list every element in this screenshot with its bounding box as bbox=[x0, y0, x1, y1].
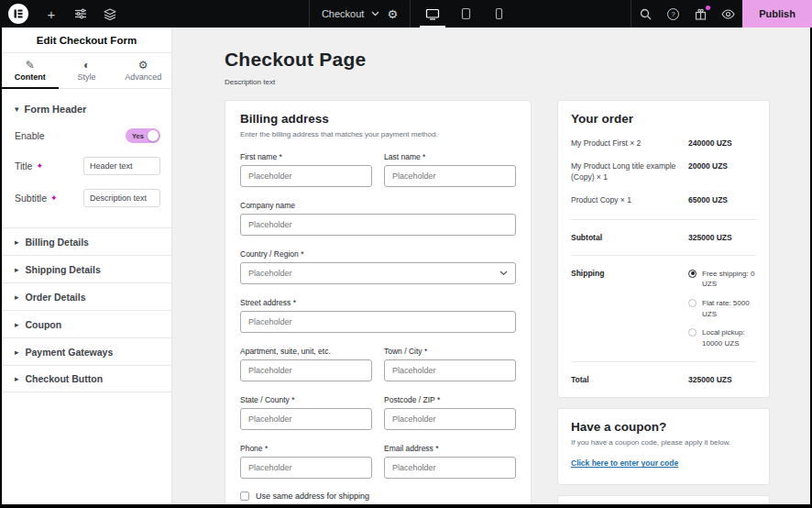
top-bar: + Checkout ⚙ bbox=[0, 0, 812, 28]
publish-button[interactable]: Publish bbox=[742, 0, 812, 28]
structure-button[interactable] bbox=[98, 2, 122, 26]
responsive-mode-switcher bbox=[410, 0, 631, 28]
order-summary-column: Your order My Product First × 2 240000 U… bbox=[557, 100, 770, 504]
radio-selected-icon[interactable] bbox=[688, 270, 697, 278]
document-settings-icon[interactable]: ⚙ bbox=[387, 8, 398, 20]
order-item-row: My Product Long title example (Copy) × 1… bbox=[571, 161, 756, 182]
same-address-checkbox-row[interactable]: Use same address for shipping bbox=[240, 491, 516, 501]
shipping-option-local-pickup[interactable]: Local pickup: 10000 UZS bbox=[688, 327, 756, 348]
billing-description: Enter the billing address that matches y… bbox=[240, 130, 516, 138]
postcode-input[interactable] bbox=[384, 408, 516, 430]
country-select[interactable]: Placeholder bbox=[240, 262, 516, 284]
notification-dot bbox=[706, 6, 710, 10]
page-subtitle: Description text bbox=[225, 78, 810, 86]
section-checkout-button[interactable]: ▸ Checkout Button bbox=[2, 365, 171, 392]
coupon-link[interactable]: Click here to enter your code bbox=[571, 458, 678, 468]
panel-accordion: ▸ Billing Details ▸ Shipping Details ▸ O… bbox=[2, 227, 171, 392]
email-input[interactable] bbox=[384, 457, 516, 479]
enable-toggle[interactable]: Yes bbox=[126, 128, 160, 143]
device-mobile-button[interactable] bbox=[482, 0, 515, 28]
shipping-option-free[interactable]: Free shipping: 0 UZS bbox=[688, 269, 756, 290]
search-icon bbox=[640, 8, 652, 20]
help-icon: ? bbox=[667, 8, 679, 20]
ai-sparkle-icon[interactable]: ✦ bbox=[36, 161, 43, 171]
divider bbox=[571, 219, 756, 220]
caret-right-icon: ▸ bbox=[15, 320, 19, 329]
topbar-left-group: + bbox=[0, 0, 309, 28]
order-item-row: My Product First × 2 240000 UZS bbox=[571, 138, 756, 149]
caret-right-icon: ▸ bbox=[15, 348, 19, 357]
advanced-gear-icon: ⚙ bbox=[138, 60, 148, 71]
order-item-row: Product Copy × 1 65000 UZS bbox=[571, 195, 756, 205]
section-order-details[interactable]: ▸ Order Details bbox=[2, 282, 171, 310]
ai-sparkle-icon[interactable]: ✦ bbox=[50, 193, 58, 203]
section-coupon[interactable]: ▸ Coupon bbox=[2, 310, 171, 337]
section-payment-gateways[interactable]: ▸ Payment Gateways bbox=[2, 337, 171, 365]
first-name-label: First name * bbox=[240, 152, 372, 161]
section-billing-details[interactable]: ▸ Billing Details bbox=[2, 227, 171, 255]
caret-down-icon: ▾ bbox=[15, 105, 19, 114]
payment-options-card: Payment options Enter the billing addres… bbox=[557, 495, 770, 504]
shipping-option-flat-rate[interactable]: Flat rate: 5000 UZS bbox=[688, 298, 756, 319]
last-name-input[interactable] bbox=[384, 165, 516, 187]
first-name-input[interactable] bbox=[240, 165, 372, 187]
help-button[interactable]: ? bbox=[661, 2, 685, 26]
section-form-header[interactable]: ▾ Form Header bbox=[2, 89, 171, 115]
chevron-down-icon bbox=[371, 11, 379, 17]
device-desktop-button[interactable] bbox=[416, 0, 449, 28]
billing-title: Billing address bbox=[240, 112, 516, 126]
radio-icon[interactable] bbox=[688, 299, 697, 307]
street-address-input[interactable] bbox=[240, 311, 516, 333]
shipping-options: Free shipping: 0 UZS Flat rate: 5000 UZS… bbox=[688, 269, 756, 349]
state-county-label: State / County * bbox=[240, 395, 372, 404]
last-name-label: Last name * bbox=[384, 152, 516, 161]
desktop-icon bbox=[425, 8, 440, 20]
section-shipping-details[interactable]: ▸ Shipping Details bbox=[2, 255, 171, 282]
divider bbox=[571, 255, 756, 256]
section-form-header-label: Form Header bbox=[25, 104, 87, 115]
pencil-icon: ✎ bbox=[26, 60, 35, 71]
tab-style[interactable]: ◐ Style bbox=[59, 53, 115, 88]
state-county-input[interactable] bbox=[240, 408, 372, 430]
radio-icon[interactable] bbox=[688, 328, 697, 337]
coupon-description: If you have a coupon code, please apply … bbox=[571, 438, 756, 447]
tab-advanced[interactable]: ⚙ Advanced bbox=[115, 53, 171, 88]
device-tablet-button[interactable] bbox=[449, 0, 482, 28]
checkbox-icon[interactable] bbox=[240, 491, 249, 501]
tab-content[interactable]: ✎ Content bbox=[2, 53, 59, 88]
total-row: Total 325000 UZS bbox=[571, 375, 756, 384]
same-address-label: Use same address for shipping bbox=[256, 491, 369, 501]
title-input[interactable] bbox=[83, 157, 160, 175]
plus-icon: + bbox=[48, 7, 56, 21]
apartment-input[interactable] bbox=[240, 359, 372, 381]
widget-panel: Edit Checkout Form ✎ Content ◐ Style ⚙ A… bbox=[2, 28, 172, 504]
add-element-button[interactable]: + bbox=[39, 2, 63, 26]
company-name-input[interactable] bbox=[240, 214, 516, 236]
elementor-logo[interactable] bbox=[8, 4, 28, 24]
editor-main: Edit Checkout Form ✎ Content ◐ Style ⚙ A… bbox=[2, 28, 810, 504]
tablet-icon bbox=[461, 7, 471, 20]
elementor-editor-window: + Checkout ⚙ bbox=[0, 0, 812, 508]
subtotal-row: Subtotal 325000 UZS bbox=[571, 233, 756, 242]
subtitle-label: Subtitle ✦ bbox=[15, 193, 58, 204]
panel-title: Edit Checkout Form bbox=[2, 28, 171, 53]
tab-style-label: Style bbox=[78, 72, 96, 82]
street-address-label: Street address * bbox=[240, 298, 516, 307]
phone-input[interactable] bbox=[240, 457, 372, 479]
preview-button[interactable] bbox=[717, 2, 741, 26]
town-city-input[interactable] bbox=[384, 359, 516, 381]
layers-icon bbox=[104, 8, 116, 20]
tab-advanced-label: Advanced bbox=[125, 72, 161, 82]
shipping-row: Shipping Free shipping: 0 UZS Flat rate:… bbox=[571, 269, 756, 349]
caret-right-icon: ▸ bbox=[15, 265, 19, 274]
whats-new-button[interactable] bbox=[689, 2, 713, 26]
finder-search-button[interactable] bbox=[633, 2, 657, 26]
sliders-icon bbox=[74, 8, 87, 19]
caret-right-icon: ▸ bbox=[15, 293, 19, 302]
document-switcher[interactable]: Checkout ⚙ bbox=[309, 0, 410, 28]
subtitle-input[interactable] bbox=[83, 189, 160, 207]
site-settings-button[interactable] bbox=[69, 2, 93, 26]
control-subtitle: Subtitle ✦ bbox=[2, 189, 171, 207]
toggle-on-label: Yes bbox=[132, 132, 144, 140]
coupon-card: Have a coupon? If you have a coupon code… bbox=[557, 408, 770, 485]
